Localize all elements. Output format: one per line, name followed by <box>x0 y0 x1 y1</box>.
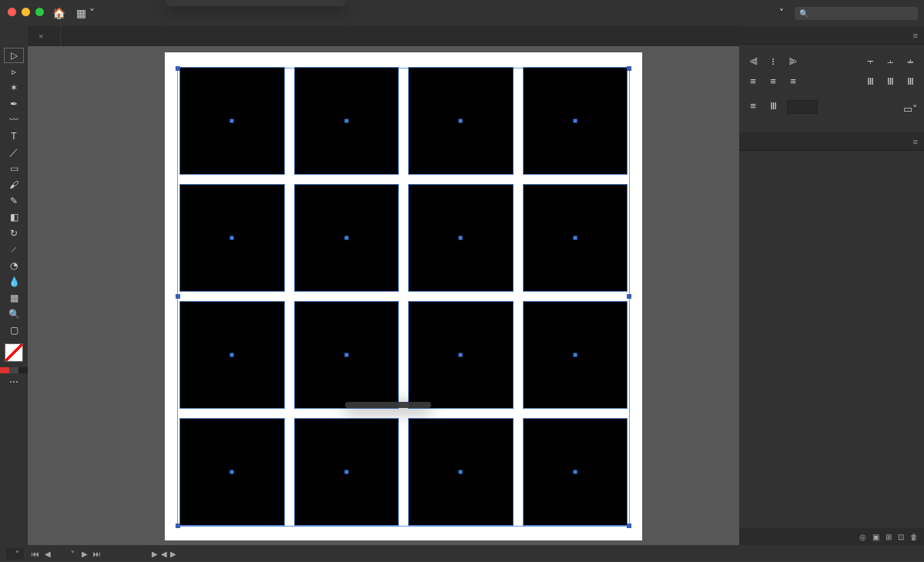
rectangle[interactable] <box>180 302 284 408</box>
rectangle[interactable] <box>295 68 399 174</box>
rectangle[interactable] <box>524 302 628 408</box>
eyedropper-tool[interactable]: 💧 <box>4 274 24 289</box>
hdist-left-icon[interactable]: Ⅲ <box>864 75 876 86</box>
align-bottom-icon[interactable]: ⫨ <box>904 55 916 66</box>
width-tool[interactable]: ⟋ <box>4 242 24 257</box>
fullscreen-window-icon[interactable] <box>35 8 44 16</box>
rectangle[interactable] <box>524 68 628 174</box>
rectangle[interactable] <box>524 419 628 525</box>
new-sublayer-icon[interactable]: ⊞ <box>886 533 892 541</box>
close-tab-icon[interactable]: × <box>38 32 43 41</box>
document-tabs: × <box>28 26 739 46</box>
rectangle[interactable] <box>409 68 513 174</box>
delete-layer-icon[interactable]: 🗑 <box>910 533 918 541</box>
vdist-top-icon[interactable]: ≡ <box>747 75 759 86</box>
shaper-tool[interactable]: ✎ <box>4 193 24 209</box>
compound-path-submenu[interactable] <box>345 402 431 408</box>
zoom-tool[interactable]: 🔍 <box>4 306 24 322</box>
rectangle[interactable] <box>180 419 284 525</box>
rectangle[interactable] <box>180 185 284 291</box>
selection-handle[interactable] <box>627 524 631 528</box>
magic-wand-tool[interactable]: ✶ <box>4 80 24 95</box>
layers-panel: ◎ ▣ ⊞ ⊡ 🗑 <box>739 151 924 545</box>
selection-handle[interactable] <box>176 524 180 528</box>
rotate-tool[interactable]: ↻ <box>4 226 24 241</box>
align-top-icon[interactable]: ⫟ <box>864 55 876 66</box>
locate-object-icon[interactable]: ◎ <box>859 533 866 541</box>
zoom-level[interactable]: ˅ <box>6 548 24 560</box>
close-window-icon[interactable] <box>8 8 16 16</box>
layers-panel-tabs: ≡ <box>739 132 924 151</box>
rectangle[interactable] <box>295 185 399 291</box>
status-nav-right-icon[interactable]: ▶ <box>170 550 176 558</box>
align-vcenter-icon[interactable]: ⫠ <box>884 55 896 66</box>
align-panel: ⫷ ⫶ ⫸ ⫟ ⫠ ⫨ ≡ ≡ ≡ Ⅲ Ⅲ Ⅲ <box>739 45 924 132</box>
shape-builder-tool[interactable]: ◔ <box>4 258 24 273</box>
arrange-docs-icon[interactable]: ▦ ˅ <box>76 7 95 19</box>
align-panel-tabs: ≡ <box>739 26 924 45</box>
selection-handle[interactable] <box>176 294 180 299</box>
vdist-center-icon[interactable]: ≡ <box>767 75 779 86</box>
align-left-icon[interactable]: ⫷ <box>747 55 759 66</box>
rectangle[interactable] <box>524 185 628 291</box>
curvature-tool[interactable]: 〰 <box>4 112 24 128</box>
status-prev-icon[interactable]: ▶ <box>152 550 158 558</box>
panel-menu-icon[interactable]: ≡ <box>907 31 924 40</box>
eraser-tool[interactable]: ◧ <box>4 209 24 225</box>
rectangle[interactable] <box>295 419 399 525</box>
direct-selection-tool[interactable]: ▹ <box>4 64 24 79</box>
new-layer-icon[interactable]: ⊡ <box>898 533 904 541</box>
paintbrush-tool[interactable]: 🖌 <box>4 177 24 192</box>
align-right-icon[interactable]: ⫸ <box>787 55 799 66</box>
status-bar: ˅ ⏮◀˅▶⏭ ▶◀▶ <box>0 545 924 562</box>
home-icon[interactable]: 🏠 <box>52 7 65 19</box>
edit-toolbar-icon[interactable]: ⋯ <box>4 374 24 390</box>
line-tool[interactable]: ／ <box>4 145 24 160</box>
app-top-bar: 🏠 ▦ ˅ ˅ <box>0 0 924 26</box>
vdist-space-icon[interactable]: ≡ <box>747 100 759 111</box>
fill-stroke-swatch[interactable] <box>5 343 23 362</box>
document-tab[interactable]: × <box>28 26 61 46</box>
canvas[interactable] <box>28 46 739 545</box>
type-tool[interactable]: T <box>4 129 24 144</box>
workspace-switcher[interactable]: ˅ <box>779 8 784 18</box>
gradient-tool[interactable]: ▦ <box>4 290 24 306</box>
artboard-navigator[interactable]: ⏮◀˅▶⏭ <box>30 550 102 558</box>
window-controls[interactable] <box>8 8 44 16</box>
hdist-right-icon[interactable]: Ⅲ <box>904 75 916 86</box>
selection-handle[interactable] <box>627 294 631 299</box>
rectangle[interactable] <box>409 419 513 525</box>
clipping-mask-icon[interactable]: ▣ <box>872 533 879 541</box>
align-to-selection-icon[interactable]: ▭˅ <box>904 103 916 114</box>
artboard <box>165 52 642 540</box>
rectangle-grid <box>180 68 627 525</box>
selection-handle[interactable] <box>176 66 180 71</box>
artboard-tool[interactable]: ▢ <box>4 323 24 338</box>
minimize-window-icon[interactable] <box>22 8 30 16</box>
rectangle[interactable] <box>180 68 284 174</box>
right-panels: ≡ ⫷ ⫶ ⫸ ⫟ ⫠ ⫨ ≡ ≡ ≡ Ⅲ Ⅲ <box>739 26 924 545</box>
align-hcenter-icon[interactable]: ⫶ <box>767 55 779 66</box>
status-nav-left-icon[interactable]: ◀ <box>161 550 167 558</box>
spacing-value-input[interactable] <box>787 100 818 114</box>
rectangle[interactable] <box>409 302 513 408</box>
panel-menu-icon[interactable]: ≡ <box>907 137 924 146</box>
rectangle[interactable] <box>409 185 513 291</box>
selection-tool[interactable]: ▷ <box>4 48 24 63</box>
hdist-space-icon[interactable]: Ⅲ <box>767 100 779 111</box>
vdist-bottom-icon[interactable]: ≡ <box>787 75 799 86</box>
draw-mode-icons[interactable] <box>0 367 28 373</box>
rectangle[interactable] <box>295 302 399 408</box>
rectangle-tool[interactable]: ▭ <box>4 161 24 176</box>
hdist-center-icon[interactable]: Ⅲ <box>884 75 896 86</box>
stock-search-input[interactable] <box>795 7 918 20</box>
tools-panel: ▷ ▹ ✶ ✒ 〰 T ／ ▭ 🖌 ✎ ◧ ↻ ⟋ ◔ 💧 ▦ 🔍 ▢ ⋯ <box>0 26 28 545</box>
pen-tool[interactable]: ✒ <box>4 96 24 112</box>
selection-handle[interactable] <box>627 66 631 71</box>
object-menu[interactable] <box>166 0 345 6</box>
